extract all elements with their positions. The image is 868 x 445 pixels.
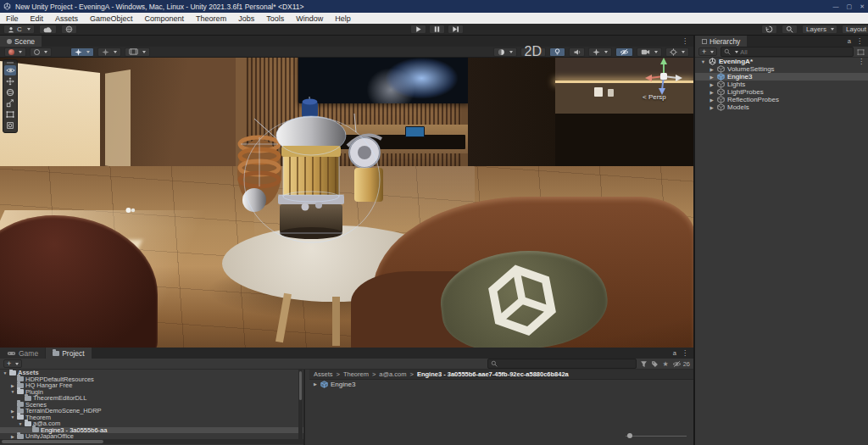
scene-panel-menu-button[interactable]: ⋮ (682, 37, 688, 45)
expand-arrow-icon[interactable]: ▶ (709, 97, 715, 103)
project-lock-icon[interactable]: a (673, 349, 676, 357)
expand-arrow-icon[interactable]: ▶ (709, 105, 715, 110)
tree-vertical-scrollbar[interactable] (298, 370, 303, 439)
hierarchy-item-reflectionprobes[interactable]: ▶ ReflectionProbes (695, 96, 868, 103)
tree-item-hq-hangar-free[interactable]: ▶ HQ Hangar Free (0, 382, 303, 389)
hierarchy-add-button[interactable]: + (698, 47, 717, 56)
tree-horizontal-scrollbar[interactable] (0, 439, 303, 444)
expand-arrow-icon[interactable]: ▼ (10, 414, 15, 420)
project-panel-menu-button[interactable]: ⋮ (682, 349, 688, 357)
project-column-divider[interactable] (303, 370, 305, 445)
search-everything-button[interactable] (782, 25, 798, 34)
orientation-gizmo[interactable] (637, 58, 690, 98)
overlay-drag-handle[interactable] (7, 62, 14, 64)
pause-button[interactable] (429, 25, 445, 34)
expand-arrow-icon[interactable]: ▶ (10, 434, 15, 439)
services-button[interactable] (61, 25, 77, 34)
scene-camera-dropdown[interactable] (637, 47, 662, 57)
hierarchy-panel-menu-button[interactable]: ⋮ (856, 37, 863, 45)
expand-arrow-icon[interactable]: ▶ (709, 82, 715, 87)
menu-jobs[interactable]: Jobs (232, 14, 260, 23)
project-content-area[interactable]: ▶ Engine3 (309, 380, 693, 439)
play-button[interactable] (410, 25, 426, 34)
expand-arrow-icon[interactable]: ▶ (10, 409, 15, 414)
expand-arrow-icon[interactable]: ▶ (313, 381, 318, 387)
lighting-toggle[interactable] (549, 47, 565, 57)
scene-visibility-toggle[interactable] (615, 47, 633, 57)
menu-file[interactable]: File (0, 14, 25, 23)
open-search-icon[interactable] (857, 48, 865, 56)
audio-toggle[interactable] (569, 47, 585, 57)
project-search-box[interactable] (487, 359, 637, 369)
breadcrumb-a-a-com[interactable]: a@a.com (379, 370, 406, 378)
menu-component[interactable]: Component (139, 14, 191, 23)
expand-arrow-icon[interactable]: ▶ (10, 383, 15, 388)
expand-arrow-icon[interactable]: ▼ (700, 59, 706, 64)
tab-game[interactable]: Game (0, 348, 45, 359)
scrollbar-thumb[interactable] (2, 440, 103, 443)
menu-gameobject[interactable]: GameObject (84, 14, 139, 23)
save-search-star-icon[interactable]: ★ (662, 360, 668, 368)
search-by-type-funnel-icon[interactable] (640, 360, 648, 368)
hierarchy-search-box[interactable] (721, 47, 854, 57)
rect-tool-button[interactable] (4, 109, 16, 120)
film-camera-dropdown[interactable] (125, 47, 150, 57)
effects-dropdown[interactable] (588, 47, 612, 57)
step-button[interactable] (448, 25, 464, 34)
hierarchy-item-engine3[interactable]: ▶ Engine3 (695, 73, 868, 81)
tab-scene[interactable]: Scene (0, 36, 42, 47)
hierarchy-item-models[interactable]: ▶ Models (695, 103, 868, 111)
menu-window[interactable]: Window (290, 14, 329, 23)
light-gizmo-icon[interactable] (125, 207, 136, 214)
hierarchy-item-volumesettings[interactable]: ▶ VolumeSettings (695, 65, 868, 73)
draw-mode-red-dropdown[interactable] (4, 47, 26, 57)
expand-arrow-icon[interactable]: ▶ (709, 75, 715, 80)
breadcrumb-assets[interactable]: Assets (314, 370, 333, 378)
expand-arrow-icon[interactable]: ▶ (709, 67, 715, 72)
breadcrumb-theorem[interactable]: Theorem (343, 370, 369, 378)
expand-arrow-icon[interactable]: ▼ (18, 421, 23, 426)
scrollbar-thumb[interactable] (299, 371, 302, 400)
thumbnail-size-slider[interactable] (626, 432, 687, 439)
expand-arrow-icon[interactable]: ▼ (3, 370, 8, 375)
tab-project[interactable]: Project (46, 348, 91, 359)
scale-tool-button[interactable] (4, 98, 16, 108)
hierarchy-item-lights[interactable]: ▶ Lights (695, 81, 868, 88)
account-dropdown[interactable]: C (3, 25, 35, 34)
2d-toggle[interactable]: 2D (520, 47, 546, 57)
hierarchy-lock-icon[interactable]: a (848, 37, 851, 45)
view-tool-button[interactable] (4, 65, 16, 75)
undo-history-button[interactable] (761, 25, 777, 34)
menu-tools[interactable]: Tools (260, 14, 290, 23)
project-search-input[interactable] (499, 360, 633, 368)
tree-item-unityjapanoffice[interactable]: ▶ UnityJapanOffice (0, 433, 303, 439)
rotate-tool-button[interactable] (4, 87, 16, 97)
maximize-button[interactable]: ▢ (847, 3, 853, 10)
hidden-packages-count[interactable]: 26 (672, 360, 690, 368)
transform-tool-button[interactable] (4, 120, 16, 131)
minimize-button[interactable]: — (833, 3, 839, 9)
layout-dropdown[interactable]: Layout (842, 25, 868, 34)
menu-assets[interactable]: Assets (49, 14, 84, 23)
gizmos-dropdown[interactable] (665, 47, 689, 57)
hierarchy-search-input[interactable] (740, 48, 850, 56)
menu-help[interactable]: Help (329, 14, 357, 23)
vfx-toggle-dropdown[interactable] (70, 47, 94, 57)
close-button[interactable]: ✕ (860, 3, 865, 10)
shading-mode-dropdown[interactable] (493, 47, 517, 57)
content-item-engine3[interactable]: ▶ Engine3 (309, 380, 693, 388)
menu-theorem[interactable]: Theorem (190, 14, 232, 23)
move-tool-button[interactable] (4, 76, 16, 86)
layers-dropdown[interactable]: Layers (802, 25, 837, 34)
slider-knob[interactable] (627, 433, 632, 438)
breadcrumb-engine3[interactable]: Engine3 - 3a0555b6-aae7-45fb-92ec-a5880c… (417, 370, 569, 378)
scene-root-menu-button[interactable]: ⋮ (858, 58, 868, 65)
expand-arrow-icon[interactable]: ▼ (10, 389, 15, 394)
expand-arrow-icon[interactable]: ▶ (709, 90, 715, 95)
vfx-secondary-dropdown[interactable] (97, 47, 121, 57)
menu-edit[interactable]: Edit (25, 14, 50, 23)
hierarchy-item-lightprobes[interactable]: ▶ LightProbes (695, 88, 868, 96)
project-add-button[interactable]: + (3, 359, 22, 368)
scene-viewport[interactable]: < Persp (0, 58, 693, 348)
gizmo-sphere-dropdown[interactable] (30, 47, 52, 57)
